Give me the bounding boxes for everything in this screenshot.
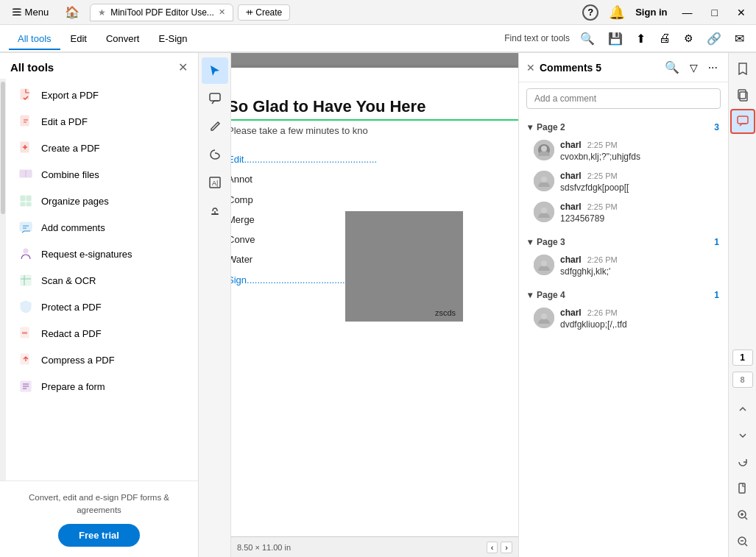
rail-refresh-button[interactable] [730, 450, 755, 475]
pdf-list-item-1: Edit....................................… [231, 149, 518, 169]
comment-time: 2:25 PM [587, 171, 618, 180]
comment-text: 123456789 [560, 213, 718, 224]
nav-bar: All tools Edit Convert E-Sign Find text … [0, 25, 756, 53]
edit-pdf-label: Edit a PDF [41, 116, 88, 127]
protect-pdf-icon [18, 299, 34, 315]
comments-close-icon[interactable]: ✕ [526, 62, 535, 74]
lasso-tool-button[interactable] [202, 141, 228, 168]
prepare-form-icon [18, 378, 34, 394]
sidebar-item-prepare-form[interactable]: Prepare a form [6, 373, 198, 400]
svg-rect-33 [738, 116, 748, 124]
gray-block-overlay: zscds [345, 211, 463, 322]
page2-chevron-icon[interactable]: ▾ [528, 122, 532, 132]
tool-palette: A| [199, 53, 231, 557]
sidebar-item-create-pdf[interactable]: Create a PDF [6, 135, 198, 161]
pdf-prev-button[interactable]: ‹ [487, 542, 498, 553]
sidebar-item-export-pdf[interactable]: Export a PDF [6, 82, 198, 108]
sidebar-item-organize-pages[interactable]: Organize pages [6, 188, 198, 214]
sidebar-item-request-esig[interactable]: Request e-signatures [6, 241, 198, 267]
upload-icon[interactable]: ⬆ [633, 29, 649, 49]
comments-more-icon[interactable]: ··· [705, 60, 721, 76]
export-pdf-icon [18, 87, 34, 103]
tab-edit[interactable]: Edit [62, 29, 96, 50]
sidebar-item-scan-ocr[interactable]: Scan & OCR [6, 267, 198, 294]
mail-icon[interactable]: ✉ [732, 29, 747, 49]
menu-button[interactable]: ☰ ☰ Menu [6, 4, 54, 21]
stamp-tool-button[interactable] [202, 197, 228, 224]
right-rail: 1 8 [728, 53, 756, 557]
comment-text: sdfgghkj,klk;' [560, 266, 718, 277]
page3-chevron-icon[interactable]: ▾ [528, 237, 532, 247]
rail-page-num-2: 8 [732, 372, 753, 388]
svg-point-22 [541, 146, 547, 152]
rail-zoom-out-button[interactable] [730, 529, 755, 554]
rail-down-button[interactable] [730, 423, 755, 448]
comment-body: charl 2:25 PM sdsfvzfdgk[poop[[ [560, 171, 718, 193]
rail-page-num-1: 1 [732, 350, 753, 366]
comment-item: charl 2:26 PM dvdfgkliuop;[/,.tfd [526, 303, 721, 334]
rail-up-button[interactable] [730, 397, 755, 422]
compress-pdf-label: Compress a PDF [41, 355, 115, 366]
create-button[interactable]: + + Create [238, 4, 290, 21]
tab-close-icon[interactable]: ✕ [219, 7, 225, 17]
rail-zoom-in-button[interactable] [730, 503, 755, 528]
select-tool-button[interactable] [202, 57, 228, 84]
tab-all-tools[interactable]: All tools [9, 29, 60, 50]
sidebar-item-redact-pdf[interactable]: Redact a PDF [6, 320, 198, 347]
svg-rect-4 [26, 170, 32, 177]
free-trial-button[interactable]: Free trial [58, 524, 140, 547]
comment-body: charl 2:25 PM 123456789 [560, 202, 718, 224]
svg-point-30 [541, 313, 547, 319]
comment-tool-button[interactable] [202, 85, 228, 112]
rail-bookmark-button[interactable] [730, 56, 755, 81]
comments-page3-section: ▾ Page 3 1 charl 2:26 PM sdfgghkj,klk [519, 230, 728, 283]
minimize-button[interactable]: — [678, 5, 697, 20]
tab-esign[interactable]: E-Sign [149, 29, 196, 50]
bell-icon[interactable]: 🔔 [609, 4, 625, 21]
help-icon[interactable]: ? [582, 4, 598, 21]
sidebar-item-edit-pdf[interactable]: Edit a PDF [6, 108, 198, 135]
page2-label: Page 2 [537, 122, 565, 132]
sidebar-close-icon[interactable]: ✕ [178, 60, 188, 74]
sidebar: All tools ✕ Export a PDF [0, 53, 199, 557]
add-comments-label: Add comments [41, 222, 105, 233]
pdf-scroll-area[interactable]: So Glad to Have You Here Please take a f… [231, 53, 518, 536]
comments-scroll[interactable]: ▾ Page 2 3 charl 2:25 PM cvo [519, 115, 728, 557]
page3-count: 1 [714, 237, 719, 247]
search-icon[interactable]: 🔍 [577, 29, 598, 49]
comment-body: charl 2:26 PM dvdfgkliuop;[/,.tfd [560, 308, 718, 330]
comment-author: charl [560, 202, 582, 212]
rail-comments-button[interactable] [730, 109, 755, 134]
print-icon[interactable]: 🖨 [656, 29, 674, 48]
comment-header: charl 2:25 PM [560, 202, 718, 212]
link-icon[interactable]: 🔗 [704, 29, 724, 49]
tab-convert[interactable]: Convert [97, 29, 149, 50]
save-icon[interactable]: 💾 [605, 29, 626, 49]
maximize-button[interactable]: □ [707, 5, 722, 20]
close-button[interactable]: ✕ [732, 5, 750, 20]
text-tool-button[interactable]: A| [202, 169, 228, 196]
comments-filter-icon[interactable]: ▽ [687, 60, 701, 75]
home-button[interactable]: 🏠 [59, 2, 85, 22]
sidebar-item-protect-pdf[interactable]: Protect a PDF [6, 294, 198, 320]
sidebar-item-compress-pdf[interactable]: Compress a PDF [6, 347, 198, 373]
svg-point-24 [541, 177, 547, 182]
create-pdf-label: Create a PDF [41, 143, 99, 154]
sidebar-item-add-comments[interactable]: Add comments [6, 214, 198, 241]
pdf-next-button[interactable]: › [501, 542, 512, 553]
page2-count: 3 [714, 122, 719, 132]
pdf-title: So Glad to Have You Here [231, 97, 518, 121]
page4-chevron-icon[interactable]: ▾ [528, 290, 532, 300]
svg-point-10 [24, 249, 28, 253]
svg-rect-9 [20, 222, 32, 231]
sidebar-item-combine-files[interactable]: Combine files [6, 161, 198, 188]
svg-rect-34 [739, 483, 745, 493]
sign-in-button[interactable]: Sign in [635, 7, 667, 18]
combine-files-label: Combine files [41, 169, 99, 180]
pencil-tool-button[interactable] [202, 113, 228, 140]
rail-doc-button[interactable] [730, 476, 755, 501]
add-comment-input[interactable] [526, 88, 721, 109]
comments-search-icon[interactable]: 🔍 [662, 59, 682, 76]
share-icon[interactable]: ⚙ [681, 29, 696, 47]
rail-copy-button[interactable] [730, 82, 755, 107]
